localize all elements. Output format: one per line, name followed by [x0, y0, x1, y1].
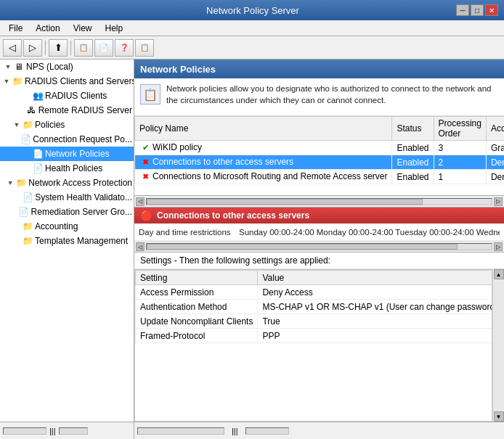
setting-name-access-permission: Access Permission [136, 285, 258, 300]
menu-view[interactable]: View [68, 22, 98, 35]
toolbar-back-button[interactable]: ◁ [3, 39, 22, 57]
tree-item-connection-request[interactable]: 📄 Connection Request Po... [0, 132, 134, 147]
scroll-left-button[interactable]: ◁ [136, 197, 145, 206]
tree-item-templates-management[interactable]: 📁 Templates Management [0, 234, 134, 248]
expander-policies[interactable]: ▼ [12, 120, 22, 130]
policy-status-wikid: Enabled [392, 141, 434, 155]
setting-row-access-permission[interactable]: Access Permission Deny Access [136, 285, 493, 300]
main-layout: ▼ 🖥 NPS (Local) ▼ 📁 RADIUS Clients and S… [0, 60, 504, 422]
col-acc[interactable]: Acc [486, 117, 504, 141]
status-bar: ||| ||| [0, 422, 504, 439]
left-panel: ▼ 🖥 NPS (Local) ▼ 📁 RADIUS Clients and S… [0, 60, 134, 422]
accounting-icon: 📁 [22, 221, 33, 232]
settings-scroll-up-button[interactable]: ▲ [494, 269, 504, 279]
policy-order-wikid: 3 [434, 141, 486, 155]
policies-label: Policies [35, 120, 65, 130]
tree-item-accounting[interactable]: 📁 Accounting [0, 219, 134, 234]
policy-row-connections-ms-routing[interactable]: ✖Connections to Microsoft Routing and Re… [135, 170, 505, 184]
setting-row-update-noncompliant[interactable]: Update Noncompliant Clients True [136, 314, 493, 329]
tree-item-nps-local[interactable]: ▼ 🖥 NPS (Local) [0, 60, 134, 74]
nps-local-label: NPS (Local) [26, 62, 73, 72]
setting-name-framed-protocol: Framed-Protocol [136, 329, 258, 343]
setting-name-auth-method: Authentication Method [136, 300, 258, 314]
toolbar-export-button[interactable]: 📋 [135, 39, 154, 57]
expander-remote-radius-server [15, 105, 25, 115]
connection-request-label: Connection Request Po... [33, 134, 132, 144]
tree-item-remote-radius-server[interactable]: 🖧 Remote RADIUS Server [0, 103, 134, 118]
day-time-row: Day and time restrictions Sunday 00:00-2… [134, 223, 504, 241]
network-access-protection-icon: 📁 [15, 177, 27, 189]
detail-header-icon: 🔴 [140, 210, 153, 221]
col-policy-name[interactable]: Policy Name [135, 117, 392, 141]
templates-management-icon: 📁 [22, 235, 33, 247]
tree-item-radius-clients-servers[interactable]: ▼ 📁 RADIUS Clients and Servers [0, 74, 134, 89]
tree-item-radius-clients[interactable]: 👥 RADIUS Clients [0, 89, 134, 103]
right-status-scroll[interactable] [137, 427, 224, 435]
policies-table: Policy Name Status Processing Order Acc … [134, 116, 504, 184]
toolbar-show-hide-button[interactable]: 📋 [74, 39, 93, 57]
setting-name-update-noncompliant: Update Noncompliant Clients [136, 314, 258, 329]
scroll-right-button[interactable]: ▷ [494, 197, 503, 206]
expander-radius-clients-servers[interactable]: ▼ [1, 76, 12, 86]
settings-scroll-down-button[interactable]: ▼ [494, 411, 504, 422]
setting-row-auth-method[interactable]: Authentication Method MS-CHAP v1 OR MS-C… [136, 300, 493, 314]
title-bar: Network Policy Server ─ □ ✕ [0, 0, 504, 20]
left-status-scroll[interactable] [3, 427, 46, 435]
right-status-scroll2[interactable] [245, 427, 289, 435]
policy-row-connections-other[interactable]: ✖Connections to other access servers Ena… [135, 155, 505, 170]
policy-name-connections-other: ✖Connections to other access servers [135, 155, 392, 170]
menu-bar: File Action View Help [0, 20, 504, 36]
toolbar-up-button[interactable]: ⬆ [49, 39, 68, 57]
left-status-scroll2[interactable] [59, 427, 88, 435]
tree-item-health-policies[interactable]: 📄 Health Policies [0, 161, 134, 176]
detail-h-scrollbar[interactable]: ◁ ▷ [134, 241, 504, 253]
detail-scroll-right-button[interactable]: ▷ [494, 242, 503, 251]
setting-value-update-noncompliant: True [258, 314, 492, 329]
expander-templates-management [12, 236, 22, 246]
table-h-scrollbar[interactable]: ◁ ▷ [134, 196, 504, 208]
system-health-validator-label: System Health Validato... [35, 192, 132, 202]
close-button[interactable]: ✕ [485, 4, 498, 16]
maximize-button[interactable]: □ [471, 4, 484, 16]
tree-item-policies[interactable]: ▼ 📁 Policies [0, 118, 134, 132]
setting-row-framed-protocol[interactable]: Framed-Protocol PPP [136, 329, 493, 343]
menu-file[interactable]: File [3, 22, 28, 35]
expander-health-policies [22, 163, 32, 173]
h-scroll-thumb[interactable] [147, 199, 423, 205]
expander-network-policies [22, 149, 32, 159]
toolbar-properties-button[interactable]: 📄 [94, 39, 113, 57]
health-policies-icon: 📄 [32, 163, 44, 174]
toolbar-forward-button[interactable]: ▷ [23, 39, 42, 57]
col-status[interactable]: Status [392, 117, 434, 141]
day-time-value: Sunday 00:00-24:00 Monday 00:00-24:00 Tu… [239, 228, 500, 237]
setting-value-framed-protocol: PPP [258, 329, 492, 343]
info-icon: 📋 [140, 84, 160, 104]
expander-remediation-server-groups [8, 207, 18, 217]
detail-h-scroll-thumb[interactable] [147, 244, 458, 250]
toolbar-help-button[interactable]: ❓ [115, 39, 134, 57]
tree-item-network-access-protection[interactable]: ▼ 📁 Network Access Protection [0, 176, 134, 190]
tree-item-system-health-validator[interactable]: 📄 System Health Validato... [0, 190, 134, 205]
remote-radius-server-label: Remote RADIUS Server [38, 105, 132, 115]
health-policies-label: Health Policies [45, 163, 102, 173]
settings-with-scroll: Setting Value Access Permission Deny Acc… [134, 269, 504, 422]
section-title: Network Policies [140, 64, 216, 75]
tree-item-network-policies[interactable]: 📄 Network Policies [0, 147, 134, 161]
toolbar-separator-2 [70, 41, 71, 55]
detail-header: 🔴 Connections to other access servers [134, 208, 504, 223]
tree-item-remediation-server-groups[interactable]: 📄 Remediation Server Gro... [0, 205, 134, 219]
policy-row-wikid[interactable]: ✔WiKID policy Enabled 3 Gra... [135, 141, 505, 155]
policy-name-wikid: ✔WiKID policy [135, 141, 392, 155]
expander-network-access-protection[interactable]: ▼ [5, 178, 15, 188]
section-header: Network Policies [134, 60, 504, 78]
accounting-label: Accounting [35, 221, 78, 231]
menu-help[interactable]: Help [99, 22, 129, 35]
col-processing-order[interactable]: Processing Order [434, 117, 486, 141]
expander-nps-local[interactable]: ▼ [3, 62, 13, 72]
detail-scroll-left-button[interactable]: ◁ [136, 242, 145, 251]
menu-action[interactable]: Action [30, 22, 65, 35]
window-title: Network Policy Server [49, 5, 456, 16]
col-value[interactable]: Value [258, 271, 492, 285]
col-setting[interactable]: Setting [136, 271, 258, 285]
minimize-button[interactable]: ─ [456, 4, 469, 16]
